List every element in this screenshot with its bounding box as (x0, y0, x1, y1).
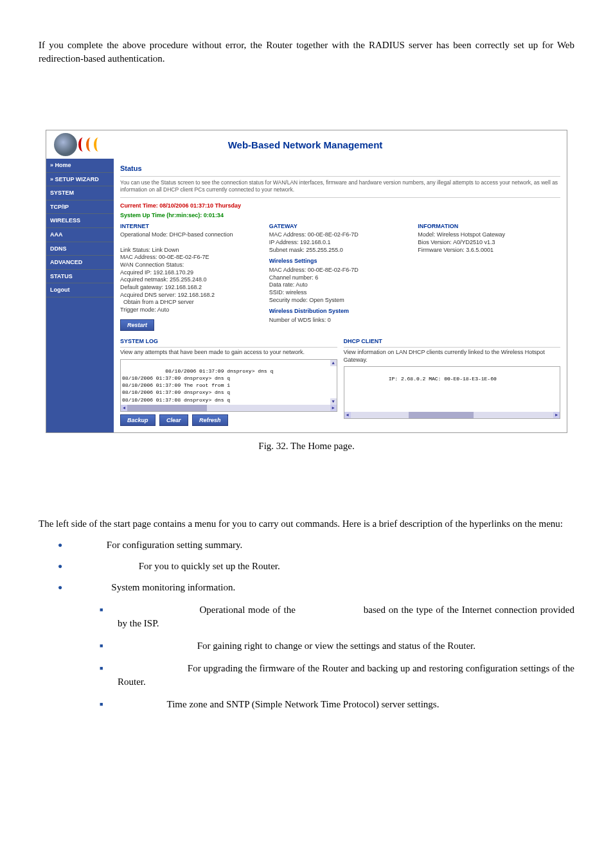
uptime: System Up Time (hr:min:sec): 0:01:34 (120, 211, 560, 222)
wireless-chan: Channel number: 6 (269, 274, 412, 282)
gateway-ip: IP Address: 192.168.0.1 (269, 239, 412, 247)
list-item-home: Home. For configuration setting summary. (58, 538, 574, 552)
nav-system[interactable]: SYSTEM (46, 186, 114, 200)
dhcp-client-column: DHCP CLIENT View information on LAN DHCP… (344, 337, 561, 426)
menu-description: The left side of the start page contains… (39, 517, 574, 531)
gateway-mac: MAC Address: 00-0E-8E-02-F6-7D (269, 231, 412, 239)
wireless-sec: Security mode: Open System (269, 297, 412, 305)
sub-item-opmode-mid: Operational mode of the (200, 605, 299, 615)
system-log-column: SYSTEM LOG View any attempts that have b… (120, 337, 337, 426)
gateway-column: GATEWAY MAC Address: 00-0E-8E-02-F6-7D I… (269, 222, 412, 332)
information-heading: INFORMATION (418, 222, 560, 231)
swoosh-icon (80, 137, 103, 152)
sub-item-password-text: For gaining right to change or view the … (197, 641, 475, 651)
list-item-home-text: For configuration setting summary. (107, 540, 243, 550)
wireless-ssid: SSID: wireless (269, 289, 412, 297)
sub-item-time-text: Time zone and SNTP (Simple Network Time … (167, 699, 440, 709)
sub-item-password: Password Settings. For gaining right to … (100, 639, 574, 653)
internet-column: INTERNET Operational Mode: DHCP-based co… (120, 222, 263, 332)
current-time: Current Time: 08/10/2006 01:37:10 Thursd… (120, 198, 560, 211)
syslog-desc: View any attempts that have been made to… (120, 347, 337, 357)
sub-item-time: Time Zone. Time zone and SNTP (Simple Ne… (100, 698, 574, 711)
nav-tcpip[interactable]: TCP/IP (46, 200, 114, 215)
nav-setup-wizard[interactable]: » SETUP WIZARD (46, 173, 114, 187)
dhcp-desc: View information on LAN DHCP clients cur… (344, 347, 561, 364)
scroll-right-icon[interactable]: ► (553, 412, 560, 418)
figure-caption: Fig. 32. The Home page. (39, 439, 574, 453)
scroll-right-icon[interactable]: ► (330, 405, 337, 411)
status-description: You can use the Status screen to see the… (120, 179, 560, 198)
horizontal-scrollbar[interactable] (344, 412, 560, 418)
list-item-wizard: Setup Wizard. For you to quickly set up … (58, 560, 574, 573)
list-item-wizard-text: For you to quickly set up the Router. (139, 561, 280, 571)
wds-heading: Wireless Distribution System (269, 308, 412, 315)
internet-obtain: Obtain from a DHCP server (120, 299, 263, 306)
intro-paragraph: If you complete the above procedure with… (39, 39, 574, 66)
home-page-screenshot: Web-Based Network Management » Home » SE… (46, 130, 567, 433)
internet-heading: INTERNET (120, 222, 263, 231)
info-bios: Bios Version: A0/YD2510 v1.3 (418, 239, 560, 247)
internet-dns: Acquired DNS server: 192.168.168.2 (120, 292, 263, 299)
internet-trigger: Trigger mode: Auto (120, 306, 263, 314)
scroll-left-icon[interactable]: ◄ (121, 405, 127, 411)
menu-list: Home. For configuration setting summary.… (58, 538, 574, 711)
sub-item-opmode: Operational Mode. Operational mode of th… (100, 603, 574, 630)
gateway-subnet: Subnet mask: 255.255.255.0 (269, 247, 412, 254)
nav-home[interactable]: » Home (46, 159, 114, 173)
backup-button[interactable]: Backup (120, 414, 155, 427)
internet-blank (120, 239, 263, 247)
wireless-heading: Wireless Settings (269, 258, 412, 265)
horizontal-scrollbar[interactable] (121, 405, 337, 411)
list-item-system-text: System monitoring information. (111, 582, 235, 592)
information-column: INFORMATION Model: Wireless Hotspot Gate… (418, 222, 560, 332)
sidebar-nav: » Home » SETUP WIZARD SYSTEM TCP/IP WIRE… (46, 159, 114, 432)
nav-aaa[interactable]: AAA (46, 228, 114, 242)
internet-wan: WAN Connection Status: (120, 261, 263, 269)
internet-netmask: Acquired netmask: 255.255.248.0 (120, 276, 263, 284)
nav-status[interactable]: STATUS (46, 270, 114, 284)
internet-opmode: Operational Mode: DHCP-based connection (120, 231, 263, 239)
screenshot-title: Web-Based Network Management (103, 138, 559, 152)
nav-logout[interactable]: Logout (46, 283, 114, 297)
wireless-mac: MAC Address: 00-0E-8E-02-F6-7D (269, 267, 412, 274)
gateway-heading: GATEWAY (269, 222, 412, 231)
nav-wireless[interactable]: WIRELESS (46, 214, 114, 228)
internet-mac: MAC Address: 00-0E-8E-02-F6-7E (120, 254, 263, 261)
internet-link: Link Status: Link Down (120, 247, 263, 254)
scroll-down-icon[interactable]: ▼ (330, 398, 337, 405)
internet-gw: Default gateway: 192.168.168.2 (120, 284, 263, 292)
status-heading: Status (120, 161, 560, 177)
dhcp-heading: DHCP CLIENT (344, 337, 561, 346)
dhcp-box[interactable]: IP: 2.68.0.2 MAC: 00-E0-18-E3-1E-60 ◄ ► (344, 366, 561, 419)
sub-item-firmware: Firmware Tools. For upgrading the firmwa… (100, 662, 574, 689)
logo-icon (54, 133, 77, 156)
nav-ddns[interactable]: DDNS (46, 242, 114, 256)
sub-item-firmware-text: For upgrading the firmware of the Router… (118, 663, 574, 687)
clear-button[interactable]: Clear (159, 414, 188, 427)
wireless-rate: Data rate: Auto (269, 281, 412, 289)
internet-ip: Acquired IP: 192.168.170.29 (120, 269, 263, 277)
syslog-heading: SYSTEM LOG (120, 337, 337, 346)
syslog-box[interactable]: 08/10/2006 01:37:09 dnsproxy> dns q 08/1… (120, 359, 337, 412)
dhcp-content: IP: 2.68.0.2 MAC: 00-E0-18-E3-1E-60 (389, 376, 497, 382)
info-model: Model: Wireless Hotspot Gateway (418, 231, 560, 239)
nav-advanced[interactable]: ADVANCED (46, 256, 114, 270)
refresh-button[interactable]: Refresh (192, 414, 228, 427)
scroll-up-icon[interactable]: ▲ (330, 360, 337, 366)
scroll-left-icon[interactable]: ◄ (344, 412, 351, 418)
list-item-system: System. System monitoring information. O… (58, 581, 574, 711)
info-fw: Firmware Version: 3.6.5.0001 (418, 247, 560, 254)
restart-button[interactable]: Restart (120, 319, 154, 332)
wds-links: Number of WDS links: 0 (269, 317, 412, 324)
